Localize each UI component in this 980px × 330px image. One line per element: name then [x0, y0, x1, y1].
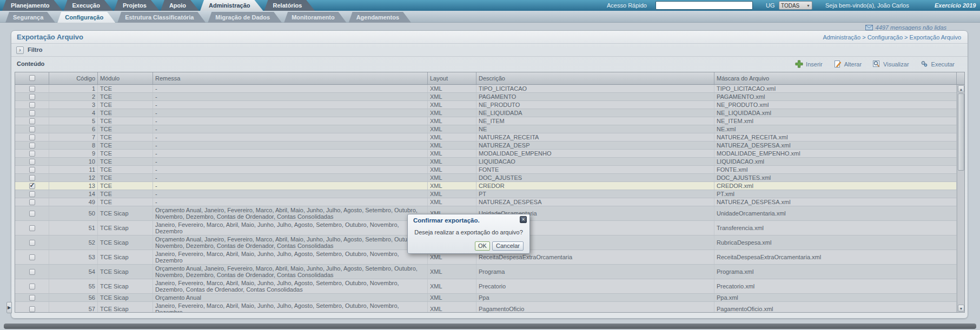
row-checkbox[interactable]	[29, 225, 35, 231]
menu-tab-relatórios[interactable]: Relatórios	[264, 0, 315, 11]
table-row[interactable]: 55TCE SicapJaneiro, Fevereiro, Marco, Ab…	[15, 279, 957, 294]
row-checkbox[interactable]	[29, 159, 35, 165]
row-checkbox[interactable]	[29, 134, 35, 140]
main-menu-tabs: PlanejamentoExecuçãoProjetosApoioAdminis…	[2, 0, 316, 11]
alterar-button[interactable]: Alterar	[833, 60, 862, 68]
row-checkbox[interactable]	[29, 175, 35, 181]
exercise-label: Exercício 2019	[935, 2, 976, 9]
cell-codigo: 56	[49, 294, 98, 301]
row-checkbox[interactable]	[29, 284, 35, 289]
row-checkbox[interactable]	[29, 94, 35, 100]
table-row[interactable]: 6TCE-XMLNENE.xml	[15, 125, 957, 133]
sub-tab-segurança[interactable]: Segurança	[5, 12, 55, 23]
scroll-up-arrow-icon[interactable]: ▲	[958, 85, 964, 92]
cancel-button[interactable]: Cancelar	[492, 241, 524, 251]
column-header-Remessa[interactable]: Remessa	[153, 72, 428, 84]
breadcrumb[interactable]: Administração > Configuração > Exportaçã…	[823, 34, 961, 41]
sub-tab-configuração[interactable]: Configuração	[57, 12, 115, 23]
cell-codigo: 9	[49, 150, 98, 157]
inserir-button[interactable]: Inserir	[795, 60, 823, 68]
cell-codigo: 7	[49, 133, 98, 141]
row-checkbox[interactable]	[29, 143, 35, 149]
cell-mascara: TIPO_LICITACAO.xml	[714, 85, 957, 92]
confirm-export-dialog: Confirmar exportação. ✕ Deseja realizar …	[407, 214, 530, 254]
column-header-select[interactable]	[15, 72, 49, 84]
filter-expand-button[interactable]: ›	[16, 46, 24, 54]
ok-button[interactable]: OK	[475, 241, 490, 251]
menu-tab-apoio[interactable]: Apoio	[161, 0, 199, 11]
cell-remessa: -	[153, 85, 428, 92]
column-header-Código[interactable]: Código	[49, 72, 98, 84]
row-checkbox[interactable]	[29, 110, 35, 116]
menu-tab-execução[interactable]: Execução	[64, 0, 113, 11]
row-checkbox[interactable]	[29, 151, 35, 157]
quick-access-input[interactable]	[655, 1, 753, 10]
row-checkbox[interactable]	[29, 102, 35, 108]
cell-codigo: 54	[49, 265, 98, 279]
table-row[interactable]: 11TCE-XMLFONTEFONTE.xml	[15, 166, 957, 174]
sub-tab-migração-de-dados[interactable]: Migração de Dados	[208, 12, 282, 23]
cell-remessa: Orçamento Anual, Janeiro, Fevereiro, Mar…	[153, 235, 428, 250]
cell-remessa: -	[153, 133, 428, 141]
magnifier-icon	[872, 60, 880, 68]
sub-tab-estrutura-classificatória[interactable]: Estrutura Classificatória	[117, 12, 206, 23]
table-row[interactable]: 8TCE-XMLNATUREZA_DESPNATUREZA_DESPESA.xm…	[15, 142, 957, 150]
column-header-Módulo[interactable]: Módulo	[98, 72, 153, 84]
cell-mascara: PAGAMENTO.xml	[714, 93, 957, 100]
scroll-down-arrow-icon[interactable]: ▼	[958, 305, 964, 312]
table-row[interactable]: 4TCE-XMLNE_LIQUIDADANE_LIQUIDADA.xml	[15, 109, 957, 117]
ug-label: UG	[766, 2, 775, 9]
vertical-scrollbar[interactable]: ▲ ▼	[957, 85, 964, 312]
cell-descricao: MODALIDADE_EMPENHO	[476, 150, 714, 157]
sub-tab-agendamentos[interactable]: Agendamentos	[349, 12, 411, 23]
row-checkbox[interactable]	[29, 240, 35, 246]
column-header-Máscara do Arquivo[interactable]: Máscara do Arquivo	[714, 72, 957, 84]
cell-remessa: -	[153, 117, 428, 125]
table-row[interactable]: 7TCE-XMLNATUREZA_RECEITANATUREZA_RECEITA…	[15, 133, 957, 142]
row-checkbox[interactable]	[29, 118, 35, 124]
row-checkbox[interactable]	[29, 269, 35, 275]
row-checkbox[interactable]	[29, 295, 35, 301]
table-row[interactable]: 13TCE-XMLCREDORCREDOR.xml	[15, 182, 957, 190]
table-row[interactable]: 1TCE-XMLTIPO_LICITACAOTIPO_LICITACAO.xml	[15, 85, 957, 93]
row-checkbox[interactable]	[29, 306, 35, 312]
row-checkbox[interactable]	[29, 191, 35, 197]
cell-layout: XML	[428, 133, 476, 141]
cell-mascara: LIQUIDACAO.xml	[714, 158, 957, 165]
sidebar-expander-arrow-icon[interactable]: ▶	[6, 302, 12, 313]
executar-button[interactable]: Executar	[920, 60, 955, 68]
table-row[interactable]: 2TCE-XMLPAGAMENTOPAGAMENTO.xml	[15, 93, 957, 101]
row-checkbox[interactable]	[29, 183, 35, 189]
column-header-Descrição[interactable]: Descrição	[476, 72, 714, 84]
row-select-cell	[15, 235, 49, 250]
row-checkbox[interactable]	[29, 254, 35, 260]
row-checkbox[interactable]	[29, 126, 35, 132]
visualizar-button[interactable]: Visualizar	[872, 60, 909, 68]
row-checkbox[interactable]	[29, 86, 35, 92]
menu-tab-planejamento[interactable]: Planejamento	[2, 0, 63, 11]
select-all-checkbox[interactable]	[29, 75, 35, 81]
table-row[interactable]: 54TCE SicapOrçamento Anual, Janeiro, Fev…	[15, 265, 957, 279]
table-row[interactable]: 10TCE-XMLLIQUIDACAOLIQUIDACAO.xml	[15, 158, 957, 166]
row-select-cell	[15, 265, 49, 279]
menu-tab-projetos[interactable]: Projetos	[114, 0, 160, 11]
row-checkbox[interactable]	[29, 167, 35, 173]
row-checkbox[interactable]	[29, 199, 35, 205]
table-row[interactable]: 3TCE-XMLNE_PRODUTONE_PRODUTO.xml	[15, 101, 957, 109]
filter-bar: › Filtro	[11, 44, 968, 57]
table-row[interactable]: 9TCE-XMLMODALIDADE_EMPENHOMODALIDADE_EMP…	[15, 150, 957, 158]
sub-tab-monitoramento[interactable]: Monitoramento	[284, 12, 346, 23]
menu-tab-administração[interactable]: Administração	[200, 0, 263, 11]
table-row[interactable]: 14TCE-XMLPTPT.xml	[15, 190, 957, 198]
close-icon[interactable]: ✕	[520, 216, 527, 223]
scrollbar-thumb[interactable]	[958, 93, 964, 171]
column-header-Layout[interactable]: Layout	[428, 72, 476, 84]
table-row[interactable]: 49TCE-XMLNATUREZA_DESPESANATUREZA_DESPES…	[15, 198, 957, 206]
row-checkbox[interactable]	[29, 211, 35, 217]
table-row[interactable]: 56TCE SicapOrçamento AnualXMLPpaPpa.xml	[15, 294, 957, 302]
table-row[interactable]: 12TCE-XMLDOC_AJUSTESDOC_AJUSTES.xml	[15, 174, 957, 182]
dialog-title: Confirmar exportação.	[413, 217, 480, 224]
table-row[interactable]: 57TCE SicapJaneiro, Fevereiro, Marco, Ab…	[15, 302, 957, 312]
ug-select[interactable]: TODAS ▼	[779, 1, 812, 10]
table-row[interactable]: 5TCE-XMLNE_ITEMNE_ITEM.xml	[15, 117, 957, 125]
